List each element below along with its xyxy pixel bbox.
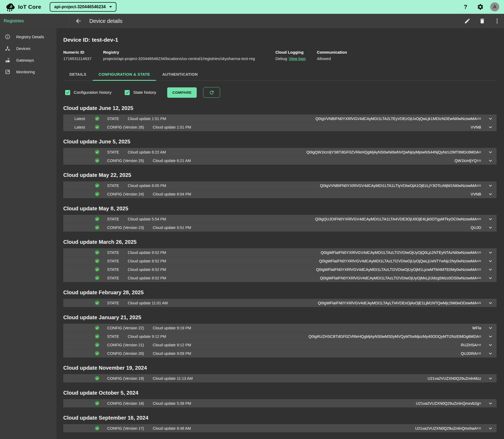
configuration-history-label[interactable]: Configuration history (74, 90, 111, 95)
config-state-row[interactable]: STATE Cloud update 6:22 AM Q0IgQW1lcmljY… (63, 148, 497, 156)
state-history-checkbox[interactable] (125, 90, 130, 95)
chevron-down-icon[interactable] (488, 258, 493, 264)
sidebar-item-devices[interactable]: Devices (0, 42, 56, 54)
config-state-row[interactable]: STATE Cloud update 8:52 PM Q0IgWFlaIFN0Y… (63, 248, 497, 257)
row-value: Q0IgVVNBIFN0YXRlVGV4dCAyMDI1LTA1LTIyVDIw… (320, 184, 481, 188)
chevron-down-icon[interactable] (488, 149, 493, 155)
communication-label: Communication (317, 50, 497, 54)
chevron-down-icon[interactable] (488, 183, 493, 189)
config-state-row[interactable]: Latest STATE Cloud update 1:51 PM Q0IgVV… (63, 114, 497, 123)
config-state-row[interactable]: CONFIG (Version 18) Cloud update 5:39 PM… (63, 399, 497, 407)
config-state-row[interactable]: STATE Cloud update 8:05 PM Q0IgVVNBIFN0Y… (63, 181, 497, 190)
configuration-history-checkbox[interactable] (65, 90, 70, 95)
cloud-update-section: Cloud update March 26, 2025 STATE Cloud … (63, 239, 497, 282)
config-state-row[interactable]: STATE Cloud update 8:52 PM Q0IgWFlaIFN0Y… (63, 274, 497, 282)
settings-button[interactable] (477, 3, 484, 10)
chevron-down-icon[interactable] (488, 325, 493, 331)
chevron-down-icon[interactable] (488, 216, 493, 222)
config-state-row[interactable]: CONFIG (Version 19) Cloud update 11:13 A… (63, 374, 497, 382)
config-state-row[interactable]: STATE Cloud update 9:12 PM Q0IgRUZHSCBTd… (63, 332, 497, 340)
chevron-down-icon[interactable] (488, 116, 493, 122)
refresh-button[interactable] (203, 87, 220, 98)
state-history-label[interactable]: State history (133, 90, 156, 95)
account-avatar[interactable]: A (490, 2, 499, 11)
chevron-down-icon[interactable] (488, 376, 493, 381)
check-circle-icon (95, 275, 100, 280)
section-heading: Cloud update February 28, 2025 (63, 289, 497, 296)
row-type: CONFIG (Version 23) (107, 225, 144, 230)
iot-core-logo-icon (5, 2, 15, 12)
content-panel: Device ID: test-dev-1 Numeric ID 1716531… (57, 28, 504, 439)
communication-value: Allowed (317, 56, 497, 61)
chevron-down-icon[interactable] (488, 158, 493, 164)
sections: Cloud update June 12, 2025 Latest STATE … (63, 105, 497, 432)
chevron-down-icon[interactable] (488, 342, 493, 348)
config-state-row[interactable]: CONFIG (Version 20) Cloud update 9:09 PM… (63, 349, 497, 357)
check-circle-icon (95, 334, 100, 339)
breadcrumb-registries[interactable]: Registries (4, 18, 24, 24)
sidebar-item-gateways[interactable]: Gateways (0, 54, 56, 66)
back-button[interactable] (75, 18, 82, 24)
config-state-row[interactable]: CONFIG (Version 24) Cloud update 8:04 PM… (63, 190, 497, 198)
check-circle-icon (95, 150, 100, 155)
sidebar-item-registry-details[interactable]: Registry Details (0, 31, 56, 42)
device-meta: Numeric ID 1716531114637 Registry projec… (63, 50, 497, 61)
cloud-update-section: Cloud update May 22, 2025 STATE Cloud up… (63, 172, 497, 198)
config-state-row[interactable]: CONFIG (Version 25) Cloud update 6:21 AM… (63, 156, 497, 165)
row-type: CONFIG (Version 26) (107, 125, 144, 129)
row-value: Q0IgQW1lcmljYSBTdGF0ZVRleHQgMjAyNS0wNi0w… (306, 150, 481, 154)
chevron-down-icon[interactable] (488, 300, 493, 306)
chevron-down-icon[interactable] (488, 351, 493, 356)
device-id-title: Device ID: test-dev-1 (63, 37, 497, 43)
tab-details[interactable]: DETAILS (63, 68, 93, 80)
chevron-down-icon[interactable] (488, 400, 493, 406)
config-state-row[interactable]: STATE Cloud update 11:01 AM Q0IgWFlaIFN0… (63, 299, 497, 307)
page-header-bar: Registries Device details (0, 14, 504, 28)
history-controls: Configuration history State history COMP… (65, 87, 497, 98)
config-state-row[interactable]: CONFIG (Version 23) Cloud update 5:51 PM… (63, 223, 497, 232)
help-button[interactable]: ? (462, 3, 469, 11)
more-actions-button[interactable] (494, 18, 500, 24)
top-app-bar: IoT Core api-project-320446546234 ? A (0, 0, 504, 14)
page-title: Device details (89, 18, 123, 24)
config-state-row[interactable]: CONFIG (Version 21) Cloud update 9:12 PM… (63, 340, 497, 349)
config-state-row[interactable]: STATE Cloud update 8:52 PM Q0IgWFlaIFN0Y… (63, 257, 497, 265)
row-type: STATE (107, 267, 119, 272)
cloud-logging-label: Cloud Logging (275, 50, 317, 54)
dropdown-caret-icon (109, 6, 112, 8)
row-value: U21va2VUZXN0Q29uZmlnQmxhaA== (415, 426, 481, 431)
config-state-row[interactable]: CONFIG (Version 17) Cloud update 8:48 AM… (63, 424, 497, 432)
chevron-down-icon[interactable] (488, 250, 493, 255)
edit-device-button[interactable] (464, 18, 471, 24)
tab-configuration-state[interactable]: CONFIGURATION & STATE (93, 68, 156, 80)
check-circle-icon (95, 250, 100, 255)
config-state-row[interactable]: Latest CONFIG (Version 26) Cloud update … (63, 123, 497, 131)
refresh-icon (209, 90, 215, 95)
tab-authentication[interactable]: AUTHENTICATION (156, 68, 204, 80)
config-state-row[interactable]: STATE Cloud update 8:52 PM Q0IgWFlaIFN0Y… (63, 265, 497, 274)
sidebar-item-label: Gateways (16, 58, 34, 62)
row-value: VVNB (471, 192, 481, 196)
compare-button[interactable]: COMPARE (167, 87, 197, 98)
row-time: Cloud update 8:52 PM (128, 276, 166, 280)
delete-device-button[interactable] (479, 18, 485, 24)
chevron-down-icon[interactable] (488, 425, 493, 431)
checkmark-icon (66, 90, 70, 95)
row-latest-label: Latest (74, 125, 88, 129)
chevron-down-icon[interactable] (488, 267, 493, 272)
chevron-down-icon[interactable] (488, 124, 493, 130)
sidebar-item-monitoring[interactable]: Monitoring (0, 66, 56, 78)
check-circle-icon (95, 225, 100, 230)
chevron-down-icon[interactable] (488, 275, 493, 281)
chevron-down-icon[interactable] (488, 191, 493, 197)
project-selector[interactable]: api-project-320446546234 (50, 2, 116, 12)
row-type: STATE (107, 250, 119, 255)
config-state-row[interactable]: CONFIG (Version 22) Cloud update 9:19 PM… (63, 324, 497, 332)
chevron-down-icon[interactable] (488, 334, 493, 339)
view-logs-link[interactable]: View logs (289, 56, 306, 61)
section-heading: Cloud update October 5, 2024 (63, 390, 497, 396)
section-heading: Cloud update November 19, 2024 (63, 365, 497, 371)
row-value: Q0IgWFlaIFN0YXRlVGV4dCAyMDI1LTAyLTI4VDEx… (318, 301, 481, 305)
chevron-down-icon[interactable] (488, 225, 493, 231)
config-state-row[interactable]: STATE Cloud update 5:54 PM Q0IgQUJDIFN0Y… (63, 215, 497, 223)
